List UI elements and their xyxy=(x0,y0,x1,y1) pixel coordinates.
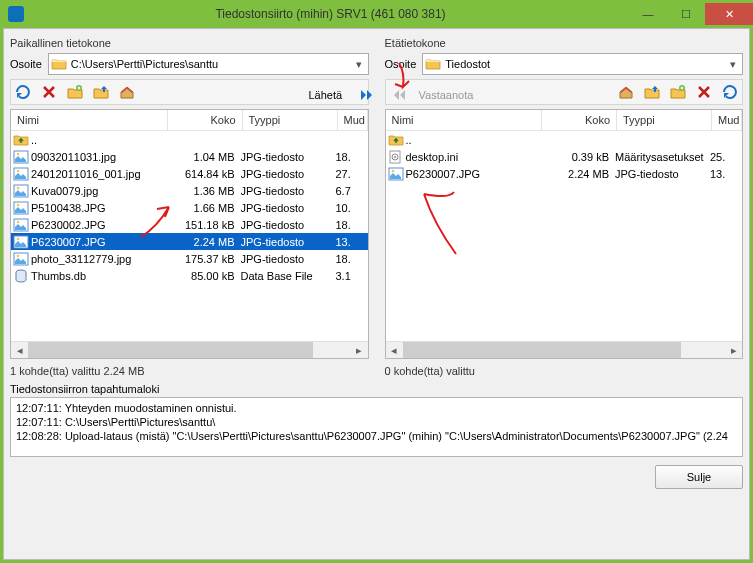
remote-toolbar xyxy=(385,79,744,105)
scroll-right-icon[interactable]: ▸ xyxy=(351,342,368,358)
col-size[interactable]: Koko xyxy=(168,110,243,130)
local-file-list[interactable]: Nimi Koko Tyyppi Mud ..09032011031.jpg1.… xyxy=(10,109,369,359)
folder-up-icon[interactable] xyxy=(643,83,661,101)
col-name[interactable]: Nimi xyxy=(386,110,543,130)
local-list-header[interactable]: Nimi Koko Tyyppi Mud xyxy=(11,110,368,131)
col-name[interactable]: Nimi xyxy=(11,110,168,130)
file-mod: 6.7 xyxy=(336,185,366,197)
remote-list-header[interactable]: Nimi Koko Tyyppi Mud xyxy=(386,110,743,131)
file-row[interactable]: .. xyxy=(11,131,368,148)
file-icon xyxy=(388,133,404,147)
minimize-button[interactable]: — xyxy=(629,3,667,25)
maximize-button[interactable]: ☐ xyxy=(667,3,705,25)
col-type[interactable]: Tyyppi xyxy=(617,110,712,130)
remote-path-combo[interactable]: Tiedostot ▾ xyxy=(422,53,743,75)
file-row[interactable]: photo_33112779.jpg175.37 kBJPG-tiedosto1… xyxy=(11,250,368,267)
dropdown-icon: ▾ xyxy=(352,58,366,71)
file-row[interactable]: .. xyxy=(386,131,743,148)
client-area: Paikallinen tietokone Osoite C:\Users\Pe… xyxy=(3,28,750,560)
file-row[interactable]: P6230007.JPG2.24 MBJPG-tiedosto13. xyxy=(386,165,743,182)
close-dialog-button[interactable]: Sulje xyxy=(655,465,743,489)
scroll-right-icon[interactable]: ▸ xyxy=(725,342,742,358)
file-icon xyxy=(388,167,404,181)
file-mod: 10. xyxy=(336,202,366,214)
file-icon xyxy=(13,269,29,283)
scroll-left-icon[interactable]: ◂ xyxy=(11,342,28,358)
file-icon xyxy=(13,150,29,164)
col-mod[interactable]: Mud xyxy=(712,110,742,130)
local-status: 1 kohde(tta) valittu 2.24 MB xyxy=(10,363,369,379)
file-icon xyxy=(13,235,29,249)
file-row[interactable]: Kuva0079.jpg1.36 MBJPG-tiedosto6.7 xyxy=(11,182,368,199)
file-row[interactable]: 24012011016_001.jpg614.84 kBJPG-tiedosto… xyxy=(11,165,368,182)
file-name: 24012011016_001.jpg xyxy=(31,168,166,180)
window-title: Tiedostonsiirto (mihin) SRV1 (461 080 38… xyxy=(32,7,629,21)
send-arrow-icon[interactable] xyxy=(359,87,375,105)
file-name: P6230007.JPG xyxy=(31,236,166,248)
file-size: 2.24 MB xyxy=(166,236,241,248)
log-box[interactable]: 12:07:11: Yhteyden muodostaminen onnistu… xyxy=(10,397,743,457)
log-label: Tiedostonsiirron tapahtumaloki xyxy=(10,383,743,395)
file-type: JPG-tiedosto xyxy=(241,253,336,265)
file-type: JPG-tiedosto xyxy=(241,236,336,248)
file-type: JPG-tiedosto xyxy=(241,202,336,214)
home-icon[interactable] xyxy=(118,83,136,101)
file-name: Kuva0079.jpg xyxy=(31,185,166,197)
remote-file-list[interactable]: Nimi Koko Tyyppi Mud ..desktop.ini0.39 k… xyxy=(385,109,744,359)
receive-arrow-icon[interactable] xyxy=(391,87,407,105)
local-panel-title: Paikallinen tietokone xyxy=(10,35,369,49)
file-icon xyxy=(13,201,29,215)
file-row[interactable]: P6230007.JPG2.24 MBJPG-tiedosto13. xyxy=(11,233,368,250)
scroll-left-icon[interactable]: ◂ xyxy=(386,342,403,358)
file-icon xyxy=(13,133,29,147)
remote-address-label: Osoite xyxy=(385,58,417,70)
file-name: P6230002.JPG xyxy=(31,219,166,231)
refresh-icon[interactable] xyxy=(14,83,32,101)
file-mod: 13. xyxy=(710,168,740,180)
file-size: 614.84 kB xyxy=(166,168,241,180)
delete-icon[interactable] xyxy=(695,83,713,101)
col-type[interactable]: Tyyppi xyxy=(243,110,338,130)
refresh-icon[interactable] xyxy=(721,83,739,101)
local-address-label: Osoite xyxy=(10,58,42,70)
local-panel: Paikallinen tietokone Osoite C:\Users\Pe… xyxy=(10,35,369,379)
col-size[interactable]: Koko xyxy=(542,110,617,130)
file-row[interactable]: Thumbs.db85.00 kBData Base File3.1 xyxy=(11,267,368,284)
file-mod: 18. xyxy=(336,219,366,231)
col-mod[interactable]: Mud xyxy=(338,110,368,130)
local-path-text: C:\Users\Pertti\Pictures\santtu xyxy=(71,58,352,70)
file-size: 2.24 MB xyxy=(540,168,615,180)
file-mod: 3.1 xyxy=(336,270,366,282)
new-folder-icon[interactable] xyxy=(669,83,687,101)
titlebar: Tiedostonsiirto (mihin) SRV1 (461 080 38… xyxy=(0,0,753,28)
local-path-combo[interactable]: C:\Users\Pertti\Pictures\santtu ▾ xyxy=(48,53,369,75)
log-section: Tiedostonsiirron tapahtumaloki 12:07:11:… xyxy=(10,383,743,457)
file-icon xyxy=(13,184,29,198)
file-type: JPG-tiedosto xyxy=(615,168,710,180)
folder-up-icon[interactable] xyxy=(92,83,110,101)
app-icon xyxy=(8,6,24,22)
delete-icon[interactable] xyxy=(40,83,58,101)
file-row[interactable]: P5100438.JPG1.66 MBJPG-tiedosto10. xyxy=(11,199,368,216)
file-row[interactable]: P6230002.JPG151.18 kBJPG-tiedosto18. xyxy=(11,216,368,233)
file-icon xyxy=(388,150,404,164)
remote-panel: Etätietokone Osoite Tiedostot ▾ Nim xyxy=(385,35,744,379)
remote-panel-title: Etätietokone xyxy=(385,35,744,49)
file-row[interactable]: desktop.ini0.39 kBMääritysasetukset25. xyxy=(386,148,743,165)
file-name: desktop.ini xyxy=(406,151,541,163)
folder-icon xyxy=(51,57,67,71)
file-size: 1.66 MB xyxy=(166,202,241,214)
home-icon[interactable] xyxy=(617,83,635,101)
file-name: photo_33112779.jpg xyxy=(31,253,166,265)
local-toolbar xyxy=(10,79,369,105)
file-size: 85.00 kB xyxy=(166,270,241,282)
file-name: Thumbs.db xyxy=(31,270,166,282)
file-icon xyxy=(13,167,29,181)
close-button[interactable]: ✕ xyxy=(705,3,753,25)
local-hscrollbar[interactable]: ◂ ▸ xyxy=(11,341,368,358)
new-folder-icon[interactable] xyxy=(66,83,84,101)
file-size: 0.39 kB xyxy=(540,151,615,163)
file-row[interactable]: 09032011031.jpg1.04 MBJPG-tiedosto18. xyxy=(11,148,368,165)
log-line: 12:07:11: C:\Users\Pertti\Pictures\santt… xyxy=(16,415,737,429)
remote-hscrollbar[interactable]: ◂ ▸ xyxy=(386,341,743,358)
